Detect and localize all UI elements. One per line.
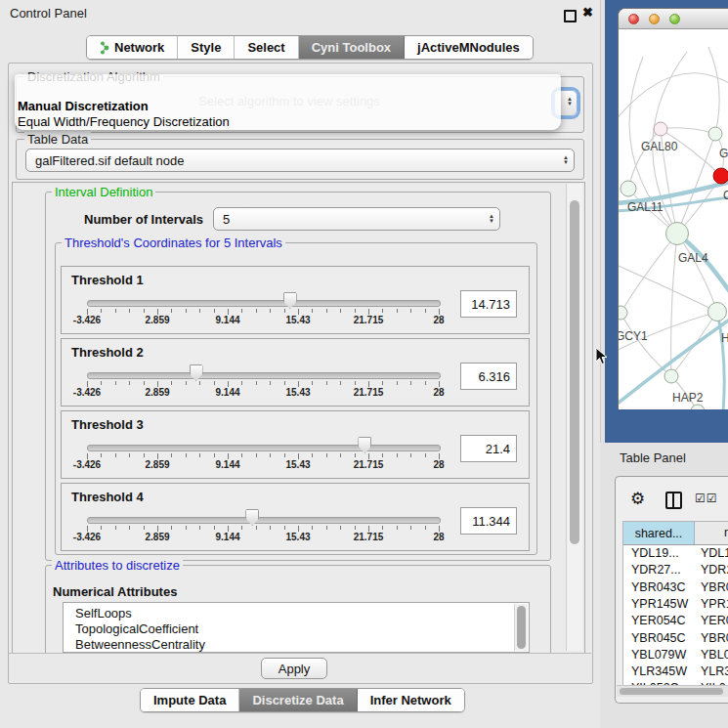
- table-row[interactable]: YER054CYER0: [623, 614, 728, 630]
- table-header-shared-name[interactable]: shared...: [623, 522, 695, 544]
- slider-tick: [199, 309, 200, 313]
- slider-tick-label: 9.144: [206, 459, 249, 470]
- cell-shared-name[interactable]: YBL079W: [631, 648, 686, 662]
- node-label: GCY1: [619, 329, 648, 343]
- network-node-gcy1[interactable]: [619, 306, 627, 320]
- minimize-traffic-light[interactable]: [649, 14, 660, 24]
- slider-tick: [129, 381, 130, 385]
- network-node-gal80[interactable]: [654, 122, 667, 136]
- cell-shared-name[interactable]: YER054C: [631, 614, 686, 627]
- slider-tick: [115, 381, 116, 385]
- table-row[interactable]: YDR27...YDR2: [623, 563, 728, 579]
- slider-tick: [355, 453, 356, 457]
- network-node-gal4[interactable]: [666, 223, 689, 245]
- bottom-tab-bar: Impute DataDiscretize DataInfer Network: [140, 688, 465, 712]
- table-row[interactable]: YDL19...YDL1: [623, 546, 728, 563]
- tab-cyni-toolbox[interactable]: Cyni Toolbox: [299, 36, 405, 59]
- scrollbar-thumb[interactable]: [517, 606, 526, 649]
- network-node-ga[interactable]: [708, 127, 722, 141]
- slider-tick: [101, 309, 102, 313]
- slider-tick: [326, 453, 327, 457]
- group-title: Table Data: [24, 132, 91, 147]
- network-node-hap2[interactable]: [664, 369, 678, 383]
- zoom-traffic-light[interactable]: [669, 14, 680, 24]
- slider-tick: [129, 526, 130, 530]
- list-scrollbar[interactable]: [514, 604, 528, 651]
- threshold-value-field[interactable]: [460, 290, 517, 318]
- network-node-c[interactable]: [713, 168, 728, 184]
- cell-name[interactable]: YPR1: [701, 597, 728, 611]
- slider-track[interactable]: [87, 517, 441, 524]
- slider-tick: [241, 526, 242, 530]
- threshold-value-field[interactable]: [460, 507, 517, 535]
- dropdown-item-manual-discretization[interactable]: Manual Discretization: [18, 99, 555, 113]
- vertical-scrollbar[interactable]: [566, 184, 582, 651]
- attribute-item-betweennesscentrality[interactable]: BetweennessCentrality: [75, 637, 205, 652]
- slider-tick: [256, 453, 257, 457]
- attribute-item-selfloops[interactable]: SelfLoops: [75, 606, 132, 621]
- checkbox-icons[interactable]: ☑☑: [695, 492, 718, 505]
- attributes-list[interactable]: SelfLoopsTopologicalCoefficientBetweenne…: [63, 602, 530, 653]
- slider-tick: [199, 453, 200, 457]
- tab-impute-data[interactable]: Impute Data: [141, 689, 239, 711]
- table-data-combo[interactable]: galFiltered.sif default node ▲▼: [25, 149, 575, 172]
- scrollbar-thumb[interactable]: [570, 200, 579, 544]
- attribute-item-topologicalcoefficient[interactable]: TopologicalCoefficient: [75, 621, 198, 636]
- cell-shared-name[interactable]: YLR345W: [631, 664, 687, 678]
- cell-shared-name[interactable]: YBR043C: [631, 580, 686, 594]
- scrollbar-thumb[interactable]: [620, 688, 723, 695]
- slider-tick-label: -3.426: [65, 315, 108, 325]
- node-label: GAL80: [641, 140, 678, 153]
- node-label: GA: [719, 147, 728, 160]
- slider-tick: [355, 309, 356, 313]
- network-node[interactable]: [691, 405, 705, 409]
- table-row[interactable]: YLR345WYLR3: [623, 664, 728, 681]
- tab-discretize-data[interactable]: Discretize Data: [239, 689, 357, 711]
- network-window-titlebar[interactable]: [619, 9, 728, 29]
- table-row[interactable]: YBL079WYBL0: [623, 648, 728, 664]
- table-header-name[interactable]: name: [724, 526, 728, 539]
- cell-shared-name[interactable]: YPR145W: [631, 597, 688, 611]
- table-horizontal-scrollbar[interactable]: [617, 685, 728, 697]
- cell-name[interactable]: YBL0: [701, 648, 728, 662]
- cell-name[interactable]: YDR2: [701, 563, 728, 577]
- table-row[interactable]: YBR045CYBR0: [623, 631, 728, 648]
- network-node-h[interactable]: [708, 303, 727, 321]
- float-window-icon[interactable]: [564, 10, 577, 22]
- slider-tick: [241, 309, 242, 313]
- close-icon[interactable]: ✖: [582, 5, 593, 20]
- network-node-gal11[interactable]: [621, 181, 636, 196]
- stepper-icon: ▲▼: [567, 97, 573, 107]
- tab-style[interactable]: Style: [178, 36, 235, 59]
- slider-tick: [326, 309, 327, 313]
- slider-track[interactable]: [87, 372, 441, 379]
- table-row[interactable]: YBR043CYBR0: [623, 580, 728, 597]
- cell-shared-name[interactable]: YDL19...: [631, 546, 679, 560]
- apply-button[interactable]: Apply: [261, 658, 327, 679]
- cell-name[interactable]: YER0: [701, 614, 728, 627]
- cell-shared-name[interactable]: YDR27...: [631, 563, 681, 577]
- cell-name[interactable]: YBR0: [701, 631, 728, 645]
- dropdown-item-equal-width-frequency-discretization[interactable]: Equal Width/Frequency Discretization: [18, 114, 555, 129]
- network-canvas[interactable]: GAL80GACGAL11GAL4GCY1HHAP2: [619, 29, 728, 409]
- tab-jactivemnodules[interactable]: jActiveMNodules: [405, 36, 533, 59]
- tab-select[interactable]: Select: [235, 36, 298, 59]
- cell-name[interactable]: YDL1: [701, 546, 728, 560]
- cell-name[interactable]: YLR3: [701, 664, 728, 678]
- stepper-icon: ▲▼: [489, 214, 494, 224]
- slider-track[interactable]: [87, 300, 441, 307]
- cell-name[interactable]: YBR0: [701, 580, 728, 594]
- node-table[interactable]: shared... name YDL19...YDL1YDR27...YDR2Y…: [622, 521, 728, 686]
- threshold-value-field[interactable]: [460, 435, 517, 462]
- close-traffic-light[interactable]: [628, 14, 639, 24]
- slider-track[interactable]: [87, 445, 441, 451]
- gear-icon[interactable]: ⚙: [630, 489, 645, 509]
- tab-network[interactable]: Network: [87, 36, 178, 59]
- cell-shared-name[interactable]: YBR045C: [631, 631, 686, 645]
- column-layout-icon[interactable]: [665, 492, 682, 509]
- group-title: Threshold's Coordinates for 5 Intervals: [62, 236, 285, 250]
- threshold-value-field[interactable]: [460, 363, 517, 390]
- number-of-intervals-combo[interactable]: 5 ▲▼: [213, 207, 500, 231]
- table-row[interactable]: YPR145WYPR1: [623, 597, 728, 614]
- tab-infer-network[interactable]: Infer Network: [358, 689, 464, 711]
